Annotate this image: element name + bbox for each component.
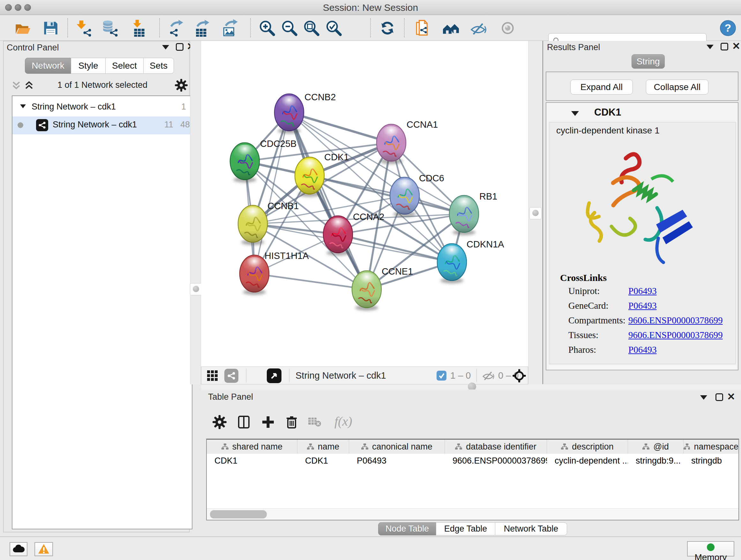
left-splitter-handle[interactable] [190,283,202,295]
network-node-RB1[interactable] [449,195,479,235]
network-row-selected[interactable]: String Network – cdk1 11 48 [12,117,192,134]
maximize-results-panel-button[interactable] [721,43,728,51]
open-session-button[interactable] [14,19,31,37]
node-label-HIST1H1A: HIST1H1A [265,251,309,261]
import-network-from-database-button[interactable] [100,19,118,37]
warnings-button[interactable] [35,542,53,556]
birdseye-grid-icon[interactable] [207,370,218,381]
tab-edge-table[interactable]: Edge Table [436,522,495,536]
zoom-selected-button[interactable] [325,19,343,37]
table-row[interactable]: CDK1 CDK1 P06493 9606.ENSP00000378699 cy… [207,454,738,468]
column-header[interactable]: database identifier [445,440,547,454]
save-session-button[interactable] [42,19,59,37]
column-header[interactable]: shared name [207,440,297,454]
network-node-CCNB2[interactable] [274,94,304,134]
cell-namespace[interactable]: stringdb [684,454,738,468]
network-canvas[interactable]: CCNB2CCNA1CDC25BCDK1CDC6RB1CCNB1CCNA2CDK… [201,41,528,367]
cell-id[interactable]: stringdb:9... [628,454,684,468]
open-in-browser-button[interactable] [267,368,281,383]
import-network-button[interactable] [75,19,92,37]
collapse-all-networks-icon[interactable] [24,80,34,90]
tab-node-table[interactable]: Node Table [378,522,436,536]
column-header[interactable]: name [297,440,349,454]
network-node-HIST1H1A[interactable] [240,255,269,295]
tab-network[interactable]: Network [25,58,71,74]
tab-network-table[interactable]: Network Table [495,522,567,536]
import-table-button[interactable] [130,19,148,37]
crosslink-uniprot[interactable]: P06493 [628,286,657,296]
network-options-gear-icon[interactable] [175,79,188,91]
cell-canonical-name[interactable]: P06493 [349,454,445,468]
float-panel-button[interactable] [162,45,169,50]
right-splitter-handle[interactable] [529,207,542,219]
network-node-CCNA2[interactable] [323,216,353,256]
cell-database-identifier[interactable]: 9606.ENSP00000378699 [445,454,547,468]
zoom-in-icon [258,19,276,37]
table-scrollbar-thumb[interactable] [210,510,267,518]
show-columns-icon[interactable] [237,415,251,429]
birdseye-crosshair-icon[interactable] [513,369,526,382]
network-edge-CCNB2-HIST1H1A [254,112,289,273]
show-graphics-button[interactable] [499,19,517,37]
protein-structure-image[interactable] [575,141,709,268]
string-style-toggle[interactable] [224,369,239,383]
network-node-CCNA1[interactable] [377,124,406,164]
export-image-button[interactable] [221,19,239,37]
selected-checkbox[interactable] [436,371,447,381]
results-scrollbar[interactable] [549,365,736,370]
export-network-button[interactable] [167,19,185,37]
network-node-CDKN1A[interactable] [437,244,467,284]
tab-select[interactable]: Select [105,58,144,74]
cell-shared-name[interactable]: CDK1 [207,454,297,468]
network-node-CCNB1[interactable] [238,205,267,245]
crosslink-tissues[interactable]: 9606.ENSP00000378699 [628,330,723,340]
collapse-all-button[interactable]: Collapse All [646,79,709,95]
network-collection-row[interactable]: String Network – cdk1 1 [12,99,192,117]
horizontal-splitter[interactable] [201,384,741,389]
first-neighbors-button[interactable] [442,19,460,37]
hide-panel-button[interactable] [469,19,487,37]
toolbar-separator [404,18,405,37]
crosslink-compartments[interactable]: 9606.ENSP00000378699 [628,315,723,326]
cloud-status-button[interactable] [10,542,27,556]
crosslink-genecard[interactable]: P06493 [628,300,657,311]
collapse-gene-section-icon[interactable] [571,111,579,116]
collapse-collection-icon[interactable] [20,105,26,108]
crosslink-pharos[interactable]: P06493 [628,345,657,355]
zoom-out-button[interactable] [280,19,298,37]
maximize-table-panel-button[interactable] [716,393,723,401]
tab-sets[interactable]: Sets [143,58,174,74]
help-button[interactable]: ? [720,20,736,36]
annotation-button[interactable] [414,19,432,37]
tab-style[interactable]: Style [71,58,106,74]
memory-button[interactable]: Memory [687,541,734,557]
cell-name[interactable]: CDK1 [297,454,349,468]
left-splitter[interactable] [190,41,201,384]
delete-column-icon[interactable] [285,415,299,429]
float-results-panel-button[interactable] [706,45,714,49]
expand-all-button[interactable]: Expand All [570,79,633,95]
export-table-button[interactable] [193,19,211,37]
column-header[interactable]: namespace [684,440,738,454]
close-table-panel-button[interactable]: ✕ [727,393,735,401]
zoom-fit-button[interactable] [302,19,320,37]
column-header[interactable]: @id [628,440,684,454]
right-splitter[interactable] [528,41,542,384]
column-header[interactable]: canonical name [349,440,445,454]
table-options-gear-icon[interactable] [212,415,226,429]
tab-string[interactable]: String [631,54,665,69]
table-horizontal-scrollbar[interactable] [207,508,738,520]
network-node-CDC25B[interactable] [230,143,259,183]
results-panel-tabs: String [631,54,665,69]
add-column-icon[interactable] [261,415,275,429]
apply-layout-button[interactable] [379,19,396,37]
zoom-in-button[interactable] [258,19,276,37]
float-table-panel-button[interactable] [700,395,707,400]
close-results-panel-button[interactable]: ✕ [732,42,740,51]
node-label-CCNA1: CCNA1 [407,119,438,130]
maximize-panel-button[interactable] [176,43,184,51]
network-node-CCNE1[interactable] [352,271,381,311]
cell-description[interactable]: cyclin-dependent ... [547,454,628,468]
column-header[interactable]: description [547,440,628,454]
expand-all-networks-icon[interactable] [11,80,21,90]
